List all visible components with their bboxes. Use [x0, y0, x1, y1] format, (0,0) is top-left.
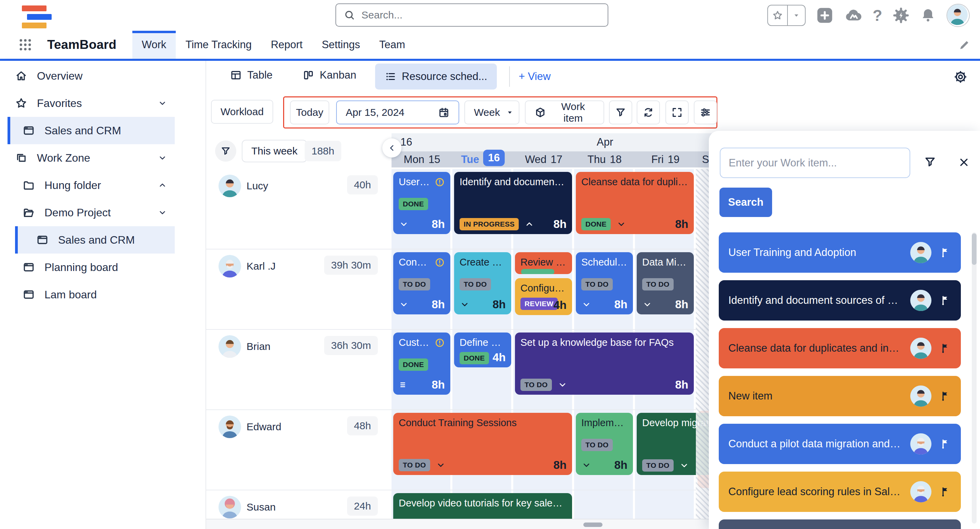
task-card[interactable]: Configure l...REVIEW4h	[515, 278, 572, 315]
chevron-down-icon[interactable]	[460, 299, 470, 310]
panel-filter-icon[interactable]	[924, 156, 937, 170]
task-card[interactable]: Create use...TO DO8h	[454, 252, 511, 315]
chevron-down-icon[interactable]	[616, 219, 627, 229]
task-card[interactable]: Condu...TO DO8h	[393, 252, 450, 315]
task-card[interactable]: Custo...DONE8h	[393, 332, 450, 395]
period-select[interactable]: Week	[465, 100, 519, 124]
task-card[interactable]: Develop video tutorials for key sales pr…	[393, 493, 572, 519]
chevron-down-icon[interactable]	[158, 153, 167, 163]
flag-icon[interactable]	[940, 247, 951, 258]
task-card[interactable]: Schedule r...TO DO8h	[576, 252, 633, 315]
date-picker[interactable]: Apr 15, 2024	[336, 100, 459, 124]
sidebar-item-favorites[interactable]: Favorites	[0, 89, 205, 117]
add-view-button[interactable]: + View	[519, 70, 550, 83]
favorites-split-button[interactable]	[767, 5, 806, 26]
horizontal-scrollbar-thumb[interactable]	[583, 523, 603, 527]
flag-icon[interactable]	[940, 486, 951, 497]
task-card[interactable]: Conduct Training SessionsTO DO8h	[393, 413, 572, 475]
person-cell: Brian 36h 30m	[206, 330, 391, 409]
sidebar-item-work-zone[interactable]: Work Zone	[0, 144, 205, 172]
this-week-button[interactable]: This week	[242, 140, 307, 162]
person-name: Susan	[247, 501, 275, 513]
help-icon[interactable]: ?	[873, 8, 882, 23]
chevron-down-icon[interactable]	[399, 219, 409, 229]
task-card[interactable]: Set up a knowledge base for FAQsTO DO8h	[515, 332, 694, 395]
board-settings-gear-icon[interactable]	[953, 70, 968, 86]
chevron-up-icon[interactable]	[158, 180, 167, 190]
task-card[interactable]: Implement ...TO DO8h	[576, 413, 633, 475]
chevron-down-icon[interactable]	[557, 380, 568, 390]
today-button[interactable]: Today	[290, 100, 329, 124]
user-avatar[interactable]	[947, 4, 970, 27]
menu-icon[interactable]	[399, 380, 409, 390]
sidebar-item-lam-board[interactable]: Lam board	[0, 281, 205, 308]
chevron-down-icon[interactable]	[158, 98, 167, 108]
flag-icon[interactable]	[940, 342, 951, 354]
settings-sliders-button[interactable]	[694, 100, 717, 124]
cloud-icon[interactable]	[844, 6, 862, 25]
refresh-button[interactable]	[637, 100, 660, 124]
vertical-scrollbar-thumb[interactable]	[972, 234, 977, 265]
task-card[interactable]: User T...DONE8h	[393, 172, 450, 234]
collapse-panel-button[interactable]	[382, 138, 401, 157]
panel-search-button[interactable]: Search	[719, 187, 772, 217]
chevron-down-icon[interactable]	[679, 460, 689, 470]
nav-item-time-tracking[interactable]: Time Tracking	[176, 31, 261, 59]
day-header-tue: Tue16	[452, 151, 513, 167]
warning-clock-icon	[434, 257, 445, 268]
chevron-down-icon[interactable]	[158, 208, 167, 217]
caret-down-icon[interactable]	[787, 5, 805, 25]
work-item-search-input[interactable]	[720, 148, 910, 178]
status-badge: TO DO	[399, 459, 430, 471]
app-switcher-icon[interactable]	[18, 37, 33, 52]
sidebar-item-sales-and-crm[interactable]: Sales and CRM	[15, 226, 175, 254]
sidebar-item-hung-folder[interactable]: Hung folder	[0, 172, 205, 199]
expand-icon	[671, 106, 683, 118]
task-card[interactable]: Identify and document sou...IN PROGRESS8…	[454, 172, 572, 234]
nav-items: WorkTime TrackingReportSettingsTeam	[132, 31, 415, 59]
tab-resource-scheduling[interactable]: Resource sched...	[375, 64, 497, 89]
tab-table[interactable]: Table	[230, 69, 272, 81]
sidebar-item-demo-project[interactable]: Demo Project	[0, 199, 205, 226]
chevron-down-icon[interactable]	[581, 299, 592, 310]
sidebar-item-planning-board[interactable]: Planning board	[0, 254, 205, 281]
task-card[interactable]: Data Migra...TO DO8h	[637, 252, 694, 315]
chevron-up-icon[interactable]	[524, 219, 535, 229]
global-search-input[interactable]	[361, 9, 600, 21]
chevron-down-icon[interactable]	[399, 299, 409, 310]
notifications-bell-icon[interactable]	[920, 7, 936, 24]
nav-item-report[interactable]: Report	[261, 31, 312, 59]
task-card[interactable]: Define proj...DONE4h	[454, 332, 511, 367]
work-item-button[interactable]: Work item	[525, 100, 604, 124]
automation-gear-icon[interactable]	[892, 7, 910, 24]
nav-item-settings[interactable]: Settings	[312, 31, 370, 59]
work-item-card[interactable]	[719, 519, 961, 529]
work-item-card[interactable]: Identify and document sources of exi...	[719, 280, 961, 321]
fullscreen-button[interactable]	[665, 100, 689, 124]
flag-icon[interactable]	[940, 295, 951, 306]
tab-kanban[interactable]: Kanban	[302, 69, 356, 81]
star-icon[interactable]	[768, 5, 787, 25]
flag-icon[interactable]	[940, 390, 951, 402]
task-card[interactable]: Cleanse data for duplicate...DONE8h	[576, 172, 694, 234]
close-icon[interactable]	[958, 156, 970, 170]
chevron-down-icon[interactable]	[436, 460, 446, 470]
workload-button[interactable]: Workload	[211, 100, 273, 124]
filter-button[interactable]	[609, 100, 632, 124]
nav-item-team[interactable]: Team	[370, 31, 415, 59]
add-icon[interactable]	[816, 6, 834, 24]
nav-item-work[interactable]: Work	[132, 31, 176, 59]
chevron-down-icon[interactable]	[642, 299, 652, 310]
chevron-down-icon[interactable]	[581, 460, 592, 470]
sidebar-item-overview[interactable]: Overview	[0, 62, 205, 89]
people-filter-button[interactable]	[215, 140, 236, 162]
work-item-card[interactable]: User Training and Adoption	[719, 232, 961, 273]
sidebar-item-sales-and-crm[interactable]: Sales and CRM	[8, 117, 175, 144]
task-card[interactable]: Review exi...	[515, 252, 572, 274]
work-item-card[interactable]: Conduct a pilot data migration and va...	[719, 424, 961, 464]
work-item-card[interactable]: New item	[719, 376, 961, 416]
work-item-card[interactable]: Configure lead scoring rules in Salesf..…	[719, 472, 961, 512]
flag-icon[interactable]	[940, 438, 951, 450]
work-item-card[interactable]: Cleanse data for duplicates and inacc...	[719, 328, 961, 369]
edit-pencil-icon[interactable]	[958, 38, 971, 51]
